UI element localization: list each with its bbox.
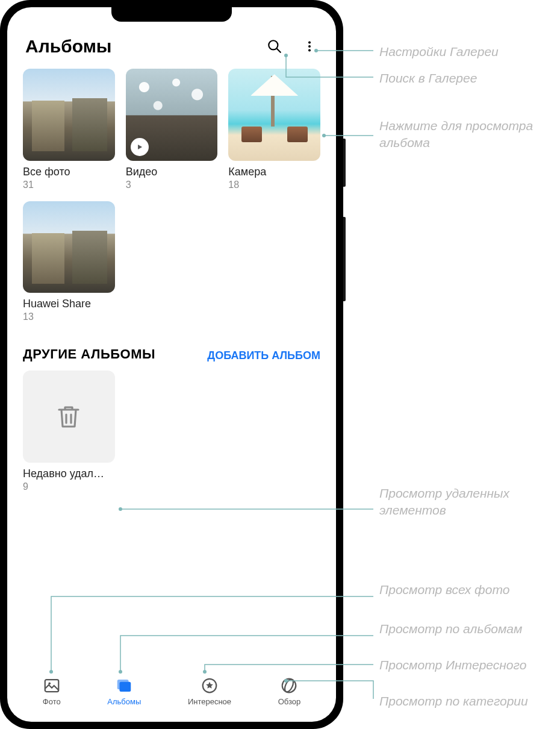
album-name: Камера <box>228 166 320 178</box>
page-title: Альбомы <box>25 36 111 57</box>
tab-photos[interactable]: Фото <box>43 677 61 706</box>
header-actions <box>266 38 318 55</box>
album-thumbnail <box>228 69 320 161</box>
tab-label: Обзор <box>278 697 301 706</box>
album-name: Huawei Share <box>23 298 115 310</box>
svg-point-6 <box>48 682 51 684</box>
album-count: 13 <box>23 311 115 322</box>
album-videos[interactable]: Видео 3 <box>126 69 218 190</box>
album-name: Все фото <box>23 166 115 178</box>
albums-grid: Все фото 31 Видео 3 Камера 18 <box>19 69 324 322</box>
tab-label: Альбомы <box>107 697 141 706</box>
tab-label: Интересное <box>188 697 231 706</box>
callout-view-photos: Просмотр всех фото <box>379 581 509 598</box>
album-recently-deleted[interactable]: Недавно удал… 9 <box>23 371 115 492</box>
search-icon[interactable] <box>266 38 283 55</box>
more-icon[interactable] <box>301 38 318 55</box>
play-icon <box>131 138 149 156</box>
callout-settings: Настройки Галереи <box>379 43 499 60</box>
callout-view-deleted: Просмотр удаленных элементов <box>379 485 554 519</box>
callout-view-albums: Просмотр по альбомам <box>379 621 522 637</box>
svg-rect-8 <box>117 680 129 689</box>
svg-rect-5 <box>45 680 59 692</box>
other-albums-header: ДРУГИЕ АЛЬБОМЫ ДОБАВИТЬ АЛЬБОМ <box>19 322 324 371</box>
other-albums-grid: Недавно удал… 9 <box>19 371 324 492</box>
tab-label: Фото <box>43 697 61 706</box>
callout-search: Поиск в Галерее <box>379 70 477 87</box>
album-count: 3 <box>126 180 218 190</box>
svg-point-3 <box>308 45 311 48</box>
app-header: Альбомы <box>19 25 324 69</box>
svg-point-2 <box>308 42 311 44</box>
albums-icon <box>115 677 133 695</box>
tab-browse[interactable]: Обзор <box>278 677 301 706</box>
star-circle-icon <box>201 677 219 695</box>
section-title: ДРУГИЕ АЛЬБОМЫ <box>23 346 155 362</box>
trash-thumbnail <box>23 371 115 463</box>
album-count: 9 <box>23 481 115 492</box>
svg-point-4 <box>308 49 311 51</box>
bottom-tabbar: Фото Альбомы Интересное Обзор <box>19 671 324 716</box>
phone-frame: Альбомы Все фото 31 <box>0 0 343 729</box>
callout-view-discover: Просмотр Интересного <box>379 657 526 674</box>
phone-side-button <box>343 139 346 187</box>
album-thumbnail <box>23 201 115 293</box>
callout-view-category: Просмотр по категории <box>379 693 528 710</box>
album-huawei-share[interactable]: Huawei Share 13 <box>23 201 115 323</box>
album-name: Недавно удал… <box>23 468 115 480</box>
trash-icon <box>54 402 83 431</box>
photo-icon <box>43 677 61 695</box>
tab-discover[interactable]: Интересное <box>188 677 231 706</box>
album-thumbnail <box>126 69 218 161</box>
callout-view-album: Нажмите для просмотра альбома <box>379 117 554 152</box>
svg-line-1 <box>277 49 281 52</box>
phone-notch <box>111 7 232 22</box>
browse-icon <box>280 677 298 695</box>
add-album-button[interactable]: ДОБАВИТЬ АЛЬБОМ <box>207 349 320 362</box>
phone-side-button <box>343 217 346 301</box>
album-name: Видео <box>126 166 218 178</box>
album-count: 18 <box>228 180 320 190</box>
album-camera[interactable]: Камера 18 <box>228 69 320 190</box>
phone-screen: Альбомы Все фото 31 <box>7 7 336 722</box>
album-all-photos[interactable]: Все фото 31 <box>23 69 115 190</box>
album-count: 31 <box>23 180 115 190</box>
album-thumbnail <box>23 69 115 161</box>
tab-albums[interactable]: Альбомы <box>107 677 141 706</box>
